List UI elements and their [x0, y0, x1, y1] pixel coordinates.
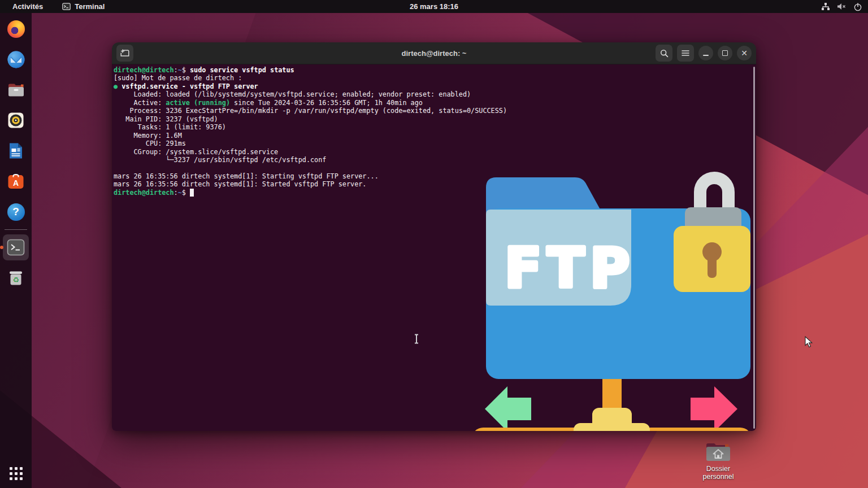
ubuntu-software-icon: A [7, 173, 24, 190]
ftp-illustration: FTP [472, 166, 754, 431]
dock-item-rhythmbox[interactable] [5, 110, 27, 131]
dock-separator [5, 229, 27, 230]
dock-item-files[interactable] [5, 79, 27, 101]
maximize-button[interactable] [718, 46, 732, 60]
minimize-icon [703, 55, 709, 56]
files-icon [7, 82, 25, 98]
power-icon [853, 2, 862, 11]
mouse-cursor [805, 336, 813, 348]
dock-item-libreoffice-writer[interactable] [5, 140, 27, 162]
home-folder-icon [705, 441, 732, 463]
help-icon: ? [7, 203, 25, 221]
terminal-mini-icon [62, 3, 71, 10]
rhythmbox-icon [7, 112, 24, 129]
top-bar: Activités Terminal 26 mars 18:16 [0, 0, 868, 13]
svg-text:♻: ♻ [12, 276, 19, 284]
arrow-right-pink [691, 386, 737, 431]
dock-item-help[interactable]: ? [5, 201, 27, 223]
terminal-scrollbar[interactable] [753, 67, 755, 429]
show-applications-button[interactable] [10, 467, 23, 480]
new-tab-icon [120, 49, 129, 57]
dock-item-firefox[interactable] [5, 18, 27, 40]
menu-button[interactable] [677, 45, 694, 62]
svg-text:A: A [13, 178, 19, 188]
terminal-titlebar[interactable]: dirtech@dirtech: ~ ✕ [112, 42, 756, 64]
focused-app-label: Terminal [75, 2, 105, 11]
terminal-content-area[interactable]: FTP dirtech@dirtech:~$ sudo service vsft… [112, 64, 756, 431]
terminal-output: dirtech@dirtech:~$ sudo service vsftpd s… [114, 66, 507, 197]
volume-muted-icon [837, 2, 847, 11]
close-icon: ✕ [741, 49, 748, 57]
system-status-area[interactable] [821, 2, 862, 11]
desktop-home-folder[interactable]: Dossier personnel [696, 441, 740, 481]
terminal-window: dirtech@dirtech: ~ ✕ [112, 42, 756, 431]
thunderbird-icon [7, 51, 25, 68]
minimize-button[interactable] [698, 46, 713, 60]
focused-app-menu[interactable]: Terminal [62, 2, 105, 11]
search-icon [660, 49, 669, 58]
arrow-left-green [485, 386, 531, 431]
text-cursor [413, 334, 420, 344]
dock-item-terminal[interactable] [5, 237, 27, 258]
dock-item-thunderbird[interactable] [5, 49, 27, 70]
trash-icon: ♻ [7, 269, 24, 286]
hamburger-menu-icon [682, 50, 689, 56]
maximize-icon [722, 50, 728, 56]
network-wired-icon [821, 2, 830, 11]
search-button[interactable] [656, 45, 672, 62]
window-title: dirtech@dirtech: ~ [402, 49, 467, 58]
home-folder-label: Dossier personnel [696, 465, 740, 481]
clock[interactable]: 26 mars 18:16 [410, 2, 458, 11]
dock: A ? ♻ [0, 13, 32, 488]
firefox-icon [7, 20, 25, 38]
new-tab-button[interactable] [116, 45, 133, 62]
terminal-icon [7, 239, 25, 256]
activities-button[interactable]: Activités [9, 2, 46, 11]
ftp-label: FTP [505, 237, 635, 300]
libreoffice-writer-icon [8, 142, 24, 159]
dock-item-ubuntu-software[interactable]: A [5, 171, 27, 192]
dock-item-trash[interactable]: ♻ [5, 267, 27, 289]
close-button[interactable]: ✕ [737, 46, 752, 60]
